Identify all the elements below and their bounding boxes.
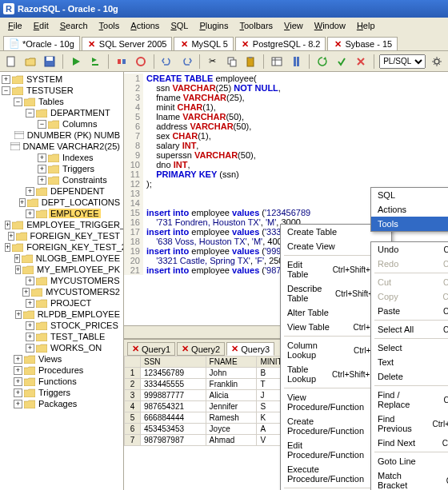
tree-expander[interactable]: +	[19, 198, 26, 207]
menu-item[interactable]: PasteCtrl+V	[371, 304, 448, 318]
menu-view[interactable]: View	[279, 19, 308, 32]
close-icon[interactable]: ✕	[241, 39, 250, 49]
menu-item[interactable]: Delete▶	[371, 369, 448, 384]
close-icon[interactable]: ✕	[182, 344, 189, 354]
menu-file[interactable]: File	[3, 19, 27, 32]
menu-item[interactable]: Find PreviousCtrl+Shift	[371, 412, 448, 436]
close-icon[interactable]: ✕	[333, 39, 342, 49]
tree-expander[interactable]: +	[26, 277, 34, 285]
tree-label[interactable]: Packages	[37, 399, 78, 408]
tree-expander[interactable]: +	[22, 288, 30, 297]
tree-label[interactable]: PROJECT	[49, 298, 93, 308]
menu-tools[interactable]: Tools	[94, 19, 125, 32]
paste-icon[interactable]	[242, 54, 258, 70]
context-menu-side[interactable]: UndoCtrl+ZRedoCtrl+YCutCtrl+XCopyCtrl+CP…	[370, 241, 448, 490]
tree-label[interactable]: FOREIGN_KEY_TEST	[29, 231, 122, 241]
grid-header[interactable]: FNAME	[206, 357, 257, 368]
menu-actions[interactable]: Actions	[126, 19, 164, 32]
tree-label[interactable]: DNAME VARCHAR2(25)	[22, 141, 122, 151]
menu-item[interactable]: Match BracketCtrl+]	[371, 468, 448, 490]
tree-expander[interactable]: +	[38, 153, 46, 162]
menu-window[interactable]: Window	[310, 19, 350, 32]
tree-expander[interactable]: +	[26, 333, 34, 341]
tree-label[interactable]: DNUMBER (PK) NUMB	[26, 130, 122, 140]
column-icon[interactable]	[288, 54, 304, 70]
tree-expander[interactable]: +	[5, 243, 10, 252]
tree-pane[interactable]: +SYSTEM−TESTUSER−Tables−DEPARTMENT−Colum…	[0, 72, 124, 490]
tree-label[interactable]: TESTUSER	[25, 86, 75, 95]
menu-item[interactable]: Actions▶	[371, 202, 448, 217]
tree-label[interactable]: Columns	[61, 119, 98, 129]
gear-icon[interactable]	[429, 54, 445, 70]
tree-label[interactable]: MYCUSTOMERS	[49, 276, 122, 285]
grid-header[interactable]	[125, 357, 141, 368]
tree-expander[interactable]: +	[26, 344, 34, 353]
tree-label[interactable]: Indexes	[61, 153, 95, 162]
tree-label[interactable]: Tables	[37, 97, 66, 106]
commit-icon[interactable]	[334, 54, 350, 70]
tree-expander[interactable]: +	[8, 232, 14, 241]
menu-item[interactable]: CutCtrl+X	[371, 275, 448, 289]
tree-label[interactable]: FOREIGN_KEY_TEST_2	[25, 242, 124, 252]
conn-tab[interactable]: ✕PostgreSQL - 8.2	[235, 37, 326, 50]
tree-label[interactable]: TEST_TABLE	[49, 332, 106, 341]
menu-edit[interactable]: Edit	[29, 19, 54, 32]
refresh-icon[interactable]	[314, 54, 330, 70]
disconnect-icon[interactable]	[133, 54, 149, 70]
tree-expander[interactable]: −	[2, 86, 10, 95]
tree-expander[interactable]: −	[26, 109, 34, 118]
close-icon[interactable]: ✕	[231, 344, 238, 354]
menu-item[interactable]: Tools▶	[371, 217, 448, 231]
tree-label[interactable]: EMPLOYEE	[49, 209, 101, 218]
menu-toolbars[interactable]: Toolbars	[235, 19, 278, 32]
result-tab[interactable]: ✕Query1	[127, 342, 175, 356]
close-icon[interactable]: ✕	[179, 39, 189, 49]
tree-expander[interactable]: +	[26, 209, 34, 218]
tree-expander[interactable]: −	[38, 120, 46, 129]
menu-item[interactable]: Find / ReplaceCtrl+F	[371, 388, 448, 412]
tree-label[interactable]: Constraints	[61, 175, 109, 185]
tree-expander[interactable]: +	[2, 75, 10, 84]
tree-label[interactable]: Functions	[37, 376, 78, 386]
menu-plugins[interactable]: Plugins	[194, 19, 233, 32]
redo-icon[interactable]	[178, 54, 194, 70]
menu-item[interactable]: Select AllCtrl+A	[371, 322, 448, 337]
tree-label[interactable]: MYCUSTOMERS2	[44, 287, 122, 297]
tree-expander[interactable]: +	[14, 366, 22, 375]
tree-expander[interactable]: +	[5, 221, 10, 229]
connect-icon[interactable]	[114, 54, 130, 70]
menu-item[interactable]: Goto Line	[371, 454, 448, 468]
tree-label[interactable]: Procedures	[37, 365, 85, 375]
menu-help[interactable]: Help	[352, 19, 380, 32]
tree-label[interactable]: WORKS_ON	[49, 343, 103, 353]
tree-label[interactable]: SYSTEM	[25, 74, 64, 84]
tree-expander[interactable]: +	[38, 176, 46, 185]
menu-item[interactable]: Find NextCtrl+G	[371, 436, 448, 450]
menu-sql[interactable]: SQL	[166, 19, 193, 32]
language-select[interactable]: PL/SQL	[379, 54, 426, 69]
tree-expander[interactable]: +	[26, 321, 34, 330]
tree-expander[interactable]: +	[38, 165, 46, 173]
menu-item[interactable]: CopyCtrl+C	[371, 289, 448, 304]
tree-expander[interactable]: +	[14, 377, 22, 386]
menu-item[interactable]: UndoCtrl+Z	[371, 242, 448, 257]
tree-label[interactable]: Views	[37, 354, 63, 364]
context-menu-side-top[interactable]: SQL▶Actions▶Tools▶	[370, 187, 448, 232]
tree-label[interactable]: DEPT_LOCATIONS	[40, 197, 122, 207]
cut-icon[interactable]: ✂	[205, 54, 221, 70]
tree-expander[interactable]: +	[15, 265, 21, 274]
result-tab[interactable]: ✕Query2	[177, 342, 225, 356]
conn-tab[interactable]: ✕Sybase - 15	[327, 37, 398, 50]
result-tab[interactable]: ✕Query3	[226, 342, 274, 356]
rollback-icon[interactable]	[353, 54, 369, 70]
tree-expander[interactable]: −	[14, 98, 22, 106]
menu-item[interactable]: Select▶	[371, 341, 448, 355]
tree-expander[interactable]: +	[14, 388, 22, 397]
tree-label[interactable]: RLPDB_EMPLOYEE	[36, 309, 122, 319]
open-icon[interactable]	[22, 54, 38, 70]
copy-icon[interactable]	[224, 54, 240, 70]
tree-expander[interactable]: +	[14, 355, 22, 364]
tree-label[interactable]: MY_EMPLOYEE_PK	[35, 265, 122, 274]
tree-label[interactable]: DEPENDENT	[49, 186, 106, 196]
close-icon[interactable]: ✕	[87, 39, 97, 49]
